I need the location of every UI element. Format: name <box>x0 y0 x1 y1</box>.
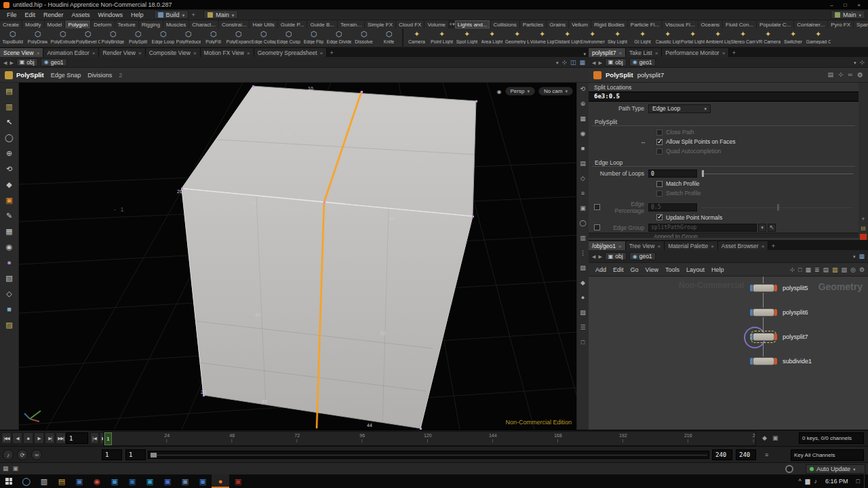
network-node[interactable]: polysplit5 <box>750 283 777 293</box>
global-range-end-field[interactable]: 240 <box>736 449 756 460</box>
section-edge-loop[interactable]: Edge Loop <box>592 158 855 167</box>
pane-tab[interactable]: Animation Editor <box>43 48 99 57</box>
scope-icon[interactable]: ≡ <box>765 451 768 458</box>
close-icon[interactable] <box>853 1 865 9</box>
node-body[interactable] <box>753 333 774 341</box>
shelf-tab[interactable]: Fluid Con... <box>723 20 757 28</box>
left-toolbar-icon[interactable]: ▤ <box>3 85 16 96</box>
menu-item[interactable]: Render <box>39 11 68 19</box>
shelf-tab[interactable]: Collisions <box>490 20 519 28</box>
frame-ruler[interactable]: 1 24 48 72 <box>103 431 756 446</box>
menu-item[interactable]: Edit <box>21 11 40 19</box>
divisions-button[interactable]: Divisions <box>87 72 112 79</box>
range-handle[interactable] <box>151 453 157 458</box>
network-node[interactable]: subdivide1 <box>750 357 777 366</box>
shelf-tool-button[interactable]: ⬡ PolySplit <box>125 28 151 47</box>
layout-icon[interactable] <box>579 59 585 66</box>
close-tab-icon[interactable] <box>320 49 323 56</box>
auto-update-dropdown[interactable]: Auto Update <box>806 464 865 474</box>
playback-range-end-field[interactable]: 240 <box>712 449 732 460</box>
left-toolbar-icon[interactable]: ◉ <box>3 241 16 252</box>
edge-group-field[interactable]: splitPathGroup <box>648 224 757 232</box>
edge-percentage-enable-checkbox[interactable] <box>594 204 600 210</box>
network-toolbar-icon[interactable]: ◎ <box>850 266 856 273</box>
path-type-dropdown[interactable]: Edge Loop <box>648 104 711 113</box>
transport-button[interactable]: ▶ <box>34 432 44 444</box>
taskbar-app-icon[interactable]: ▤ <box>53 474 71 488</box>
menu-item[interactable]: Windows <box>94 11 127 19</box>
close-tab-icon[interactable] <box>37 49 40 56</box>
network-toolbar-icon[interactable]: □ <box>798 266 802 273</box>
shelf-tab[interactable]: Populate C... <box>757 20 794 28</box>
shelf-tool-button[interactable]: ⬡ PolyExpand2D <box>226 28 251 47</box>
pane-tab[interactable]: Asset Browser <box>718 241 768 250</box>
pane-tab[interactable]: polysplit7 <box>589 48 626 57</box>
shelf-tool-button[interactable]: ✦ Area Light <box>479 28 505 47</box>
network-canvas[interactable]: Non-Commercial Geometry polysplit5 poly <box>589 277 868 430</box>
shelf-tab[interactable]: Oceans <box>698 20 724 28</box>
group-menu-icon[interactable] <box>758 224 766 232</box>
transport-button[interactable]: ◀ <box>12 432 22 444</box>
shelf-tab[interactable]: Pyro FX <box>828 20 854 28</box>
close-tab-icon[interactable] <box>138 49 142 56</box>
left-toolbar-icon[interactable]: ▧ <box>3 272 16 283</box>
show-desktop-button[interactable] <box>864 474 867 488</box>
taskbar-app-icon[interactable]: ● <box>212 474 229 488</box>
viewport-option-icon[interactable]: ⋮ <box>580 250 586 256</box>
menu-item[interactable]: Assets <box>68 11 94 19</box>
group-pick-icon[interactable] <box>768 224 776 232</box>
shelf-tab[interactable]: Guide P... <box>278 20 308 28</box>
node-name-field[interactable]: polysplit7 <box>637 71 665 79</box>
node-body[interactable] <box>753 357 774 365</box>
menu-item[interactable]: Help <box>127 11 148 19</box>
shelf-tab[interactable]: Constrai... <box>219 20 250 28</box>
shelf-tool-button[interactable]: ⬡ PolyFill <box>201 28 226 47</box>
viewport-option-icon[interactable]: ● <box>581 295 585 301</box>
key-icon[interactable]: ◆ <box>762 434 767 441</box>
add-pane-tab-icon[interactable] <box>327 49 336 57</box>
shelf-tool-button[interactable]: ✦ Distant Light <box>555 28 580 47</box>
menu-item[interactable]: Edit <box>610 266 627 273</box>
pane-tab[interactable]: Scene View <box>0 48 43 57</box>
viewport-option-icon[interactable]: ▦ <box>580 116 586 122</box>
viewport-option-icon[interactable]: ⊕ <box>580 101 586 107</box>
divisions-value[interactable]: 2 <box>119 72 122 79</box>
current-frame-field[interactable]: 1 <box>66 432 88 444</box>
viewport-option-icon[interactable]: ▤ <box>580 161 586 167</box>
shelf-tool-button[interactable]: ✦ VR Camera <box>755 28 781 47</box>
shelf-tool-button[interactable]: ⬡ Edge Cusp <box>276 28 301 47</box>
menu-item[interactable]: Help <box>708 266 728 273</box>
global-range-start-field[interactable]: 1 <box>102 449 122 460</box>
viewport-option-icon[interactable]: ▧ <box>580 265 586 271</box>
back-icon[interactable] <box>592 59 595 66</box>
shelf-tab[interactable]: Create <box>0 20 22 28</box>
taskbar-app-icon[interactable]: ▣ <box>194 474 212 488</box>
taskbar-app-icon[interactable]: ▣ <box>106 474 123 488</box>
viewport-option-icon[interactable]: □ <box>581 340 585 346</box>
playback-range-start-field[interactable]: 1 <box>125 449 146 460</box>
close-tab-icon[interactable] <box>247 49 250 56</box>
shelf-tab[interactable]: Hair Utils <box>250 20 277 28</box>
menu-item[interactable]: Tools <box>662 266 683 273</box>
viewport-option-icon[interactable]: ⟲ <box>580 86 586 92</box>
playhead[interactable]: 1 <box>104 432 112 445</box>
audio-icon[interactable]: ♪ <box>3 449 14 460</box>
shelf-tab[interactable]: Rigging <box>139 20 163 28</box>
transport-button[interactable]: ■ <box>23 432 33 444</box>
shelf-tab[interactable]: Guide B... <box>307 20 338 28</box>
add-desktop-icon[interactable] <box>189 12 197 18</box>
viewport-option-icon[interactable]: ◇ <box>580 176 585 182</box>
shelf-tool-button[interactable]: ✦ Switcher <box>781 28 806 47</box>
node-body[interactable] <box>753 284 774 292</box>
edge-percentage-field[interactable]: 0.5 <box>648 203 697 211</box>
folder-icon[interactable]: ▤ <box>861 225 866 231</box>
left-toolbar-icon[interactable]: ● <box>3 257 16 268</box>
shelf-tool-button[interactable]: ✦ GI Light <box>630 28 655 47</box>
path-node-chip[interactable]: ◉ geo1 <box>629 252 656 260</box>
perspective-menu-button[interactable]: Persp <box>505 87 535 96</box>
split-locations-value[interactable]: 6e3:0.5 <box>589 92 859 102</box>
shelf-tab[interactable]: Simple FX <box>365 20 396 28</box>
network-toolbar-icon[interactable]: ▦ <box>805 266 811 273</box>
close-tab-icon[interactable] <box>618 243 622 249</box>
viewport-option-icon[interactable]: ■ <box>581 146 585 152</box>
